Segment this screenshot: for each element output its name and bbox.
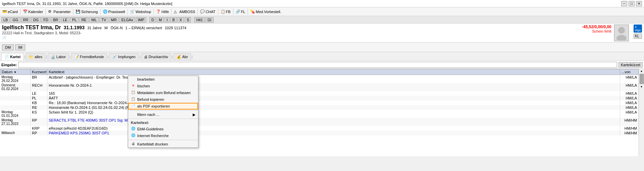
table-row[interactable]: Montag01.01.2024 KS Schein fehlt für 1. … [0, 110, 639, 118]
scroll-up-arrow[interactable]: ▲ [640, 69, 644, 73]
scroll-thumb[interactable] [640, 74, 644, 84]
quick-pl[interactable]: PL [70, 17, 78, 23]
quick-fd[interactable]: FD [41, 17, 50, 23]
tab-abr[interactable]: 💰 Abr [174, 53, 191, 60]
toolbar-parameter-label: Parameter [53, 10, 71, 14]
table-row[interactable]: RE Honorarnote Nr.O-2024-1 (01.02.24-01.… [0, 105, 639, 110]
quick-d[interactable]: D [149, 17, 156, 23]
row-2-von: HM/LA [620, 91, 639, 96]
toolbar-sep-4 [100, 9, 101, 15]
quick-hit1[interactable]: Hit1 [194, 17, 205, 23]
quick-gi[interactable]: GI [205, 17, 214, 23]
ecard-icon: 💳 [2, 9, 7, 14]
table-row[interactable]: Montag27.11.2023 RP SERACTIL FTBL FTE 40… [0, 118, 639, 126]
col-header-kurzwort[interactable]: Kurzwort [31, 69, 47, 75]
ctx-filtern[interactable]: filtern nach ... ▶ [128, 111, 198, 118]
toolbar-sep-1 [20, 9, 21, 15]
toolbar-webshop[interactable]: 🛒 Webshop [129, 9, 152, 14]
toolbar-med[interactable]: 💊 Med.Vorbestell. [249, 9, 282, 14]
au-badge[interactable]: KL [634, 34, 642, 39]
befund-kopieren-icon: 📋 [131, 97, 136, 102]
ctx-pdf-export[interactable]: 📄 als PDF exportieren [128, 103, 198, 110]
tab-labor[interactable]: 🔬 Labor [48, 53, 69, 60]
row-2-kw: LE [31, 91, 47, 96]
kartei-kuerzel-button[interactable]: Karteikürzel [618, 62, 643, 68]
tabs-bar: 📄 Kartei | 📁 alles | 🔬 Labor | 📝 Fremdbe… [0, 52, 644, 61]
patient-header: Igelfisch TEST Irma, Dr 31.1.1993 31 Jah… [0, 24, 644, 43]
toolbar-fl[interactable]: 🔗 FL [235, 9, 247, 14]
table-row[interactable]: LE 165 HM/LA [0, 91, 639, 96]
filtern-icon [131, 112, 136, 117]
table-row[interactable]: PL ÄATT HM/LA [0, 96, 639, 100]
table-row[interactable]: Mittwoch RP PARKEMED KPS 250MG 30ST OP1 … [0, 131, 639, 135]
toolbar-hilfe[interactable]: ❓ Hilfe [155, 9, 170, 14]
quick-re[interactable]: RE [79, 17, 88, 23]
ctx-bearbeiten[interactable]: bearbeiten [128, 76, 198, 83]
ctx-metadaten[interactable]: 📋 Metadaten zum Befund erfassen [128, 89, 198, 96]
table-body: Montag26.02.2024 BR Arztbrief - (abgesch… [0, 75, 639, 136]
ctx-loeschen[interactable]: ✕ löschen [128, 83, 198, 89]
quick-i[interactable]: I [164, 17, 169, 23]
toolbar-fb[interactable]: 📋 FB [220, 9, 232, 14]
pdf-icon: 📄 [131, 104, 136, 109]
quick-mr[interactable]: MR [109, 17, 119, 23]
col-header-datum[interactable]: Datum ▼ [0, 69, 31, 75]
quick-s[interactable]: S [185, 17, 191, 23]
ctx-ebm[interactable]: 🌐 EbM-Guidelines [128, 126, 198, 132]
bearbeiten-icon [131, 77, 136, 82]
row-4-datum [0, 100, 31, 105]
toolbar-ecard[interactable]: 💳 eCard [1, 9, 19, 14]
patient-avatar [614, 25, 629, 41]
quick-m[interactable]: M [157, 17, 164, 23]
tab-kartei[interactable]: 📄 Kartei [1, 53, 24, 60]
scrollbar[interactable]: ▲ ▼ [639, 69, 644, 156]
close-button[interactable]: ✕ [636, 1, 642, 6]
toolbar-praxiswelt[interactable]: 🌐 Praxiswelt [102, 9, 126, 14]
quick-dg[interactable]: DG [31, 17, 41, 23]
toolbar-chat[interactable]: 💬 CHAT [199, 9, 216, 14]
toolbar-kalender-label: Kalender [28, 10, 43, 14]
minimize-button[interactable]: − [621, 1, 627, 6]
tab-alles[interactable]: 📁 alles [26, 53, 45, 60]
toolbar-parameter[interactable]: ⚙ Parameter [47, 9, 72, 14]
dm-button[interactable]: DM [2, 44, 14, 50]
quick-imp[interactable]: IMP [136, 17, 147, 23]
ctx-karteiblatt-drucken[interactable]: 🖨 Karteiblatt drucken [128, 141, 198, 147]
tab-druckarchiv[interactable]: 🖨 Druckarchiv [141, 53, 171, 60]
svg-rect-0 [618, 27, 625, 34]
table-row[interactable]: KB Re.: 18,00 (Bankomat) Honorarnote Nr.… [0, 100, 639, 105]
drucken-icon: 🖨 [131, 142, 136, 146]
table-row[interactable]: Montag26.02.2024 BR Arztbrief - (abgesch… [0, 75, 639, 83]
maximize-button[interactable]: □ [629, 1, 635, 6]
col-header-von[interactable]: ...von [620, 69, 639, 75]
toolbar-sicherung[interactable]: 💾 Sicherung [75, 9, 99, 14]
quick-le[interactable]: LE [61, 17, 69, 23]
impfungen-icon: 💉 [112, 55, 117, 59]
quick-br[interactable]: BR [51, 17, 60, 23]
toolbar-amboss[interactable]: △ AMBOSS [173, 9, 196, 14]
tab-impfungen[interactable]: 💉 Impfungen [109, 53, 139, 60]
tab-fremdbefunde[interactable]: 📝 Fremdbefunde [71, 53, 107, 60]
quick-x[interactable]: X [178, 17, 184, 23]
col-header-karteitext[interactable]: Karteitext [47, 69, 620, 75]
quick-tv[interactable]: TV [100, 17, 108, 23]
quick-rr[interactable]: RR [21, 17, 31, 23]
im-button[interactable]: IM [15, 44, 25, 50]
quick-lb[interactable]: LB [1, 17, 10, 23]
quick-elgax[interactable]: ELGAx [119, 17, 135, 23]
row-3-von: HM/LA [620, 96, 639, 100]
quick-wl[interactable]: WL [89, 17, 99, 23]
ctx-internet-recherche[interactable]: 🌐 Internet Recherche [128, 132, 198, 139]
quick-gg[interactable]: GG [10, 17, 20, 23]
ctx-befund-kopieren[interactable]: 📋 Befund kopieren [128, 96, 198, 103]
quick-b[interactable]: B [170, 17, 177, 23]
toolbar-chat-label: CHAT [205, 10, 215, 14]
toolbar-kalender[interactable]: 📅 Kalender [22, 9, 44, 14]
row-2-datum [0, 91, 31, 96]
elga-logo[interactable]: eelga [634, 25, 642, 33]
eingabe-input[interactable] [18, 62, 617, 68]
table-row[interactable]: KRP eRezept (eRezId 4D2EAF2UEG6D) HM/HM [0, 126, 639, 131]
druckarchiv-icon: 🖨 [144, 55, 148, 59]
table-row[interactable]: Donnerst.01.02.2024 RECH Honorarnote Nr.… [0, 83, 639, 91]
scroll-down-arrow[interactable]: ▼ [640, 85, 644, 89]
